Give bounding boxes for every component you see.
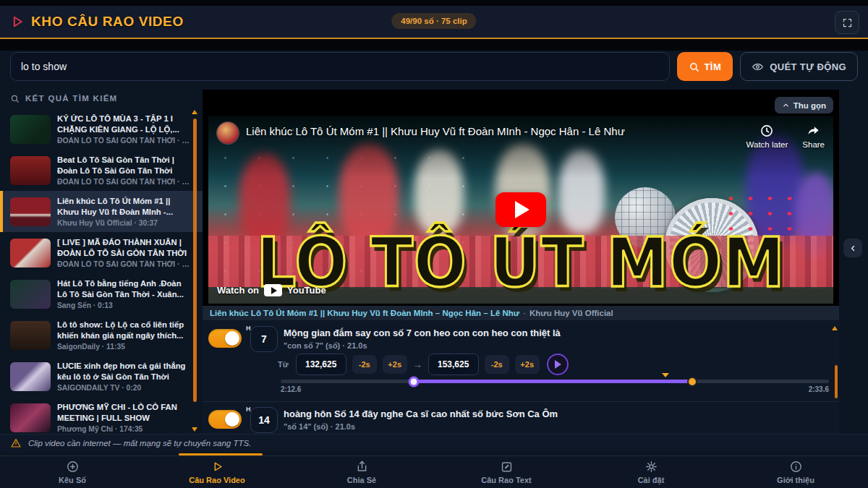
nav-cau-rao-video[interactable]: Câu Rao Video — [145, 456, 289, 488]
result-meta: ĐOÀN LÔ TÔ SÀI GÒN TÂN THỜI · 0:00 — [57, 260, 190, 268]
share-icon — [355, 460, 369, 474]
nav-chia-se[interactable]: Chia Sẻ — [289, 456, 434, 488]
result-item[interactable]: [ LIVE ] MÃ ĐÁO THÀNH XUÂN | ĐOÀN LÔ TÔ … — [0, 232, 203, 273]
result-title: [ LIVE ] MÃ ĐÁO THÀNH XUÂN | ĐOÀN LÔ TÔ … — [57, 237, 190, 258]
clip-time-controls: Từ -2s +2s → -2s +2s — [278, 354, 569, 375]
result-item[interactable]: Lô tô show: Lộ Lộ ca cổ liên tiếp khiến … — [0, 314, 203, 356]
preview-play-button[interactable] — [547, 354, 569, 375]
fullscreen-button[interactable] — [835, 11, 859, 34]
result-meta: ĐOÀN LÔ TÔ SÀI GÒN TÂN THỜI · 97:59 — [57, 137, 190, 145]
nav-label: Cài đặt — [638, 476, 665, 484]
result-title: Beat Lô Tô Sài Gòn Tân Thời | Đoàn Lô Tô… — [57, 155, 190, 176]
sidebar-scrollbar[interactable] — [193, 119, 197, 402]
clip-row: H 7 Mộng gian đắm say con số 7 con heo c… — [203, 320, 839, 401]
youtube-play-button[interactable] — [495, 192, 546, 227]
search-icon — [689, 61, 699, 72]
video-thumbnail — [10, 362, 51, 391]
find-button[interactable]: TÌM — [677, 52, 733, 81]
warning-bar: Clip video cần internet — mất mạng sẽ tự… — [0, 434, 868, 452]
result-item[interactable]: LUCIE xinh đẹp hơn cả gái thẳng kêu lô t… — [0, 356, 203, 397]
end-minus-2s-button[interactable]: -2s — [485, 355, 509, 374]
clip-title: hoàng hôn Số 14 đây nghe Ca sĩ cao nhất … — [284, 408, 817, 419]
video-thumbnail — [10, 321, 51, 350]
gear-icon — [644, 460, 658, 474]
sidebar-scroll-up-arrow[interactable] — [192, 110, 197, 114]
info-icon — [789, 460, 803, 474]
result-title: Liên khúc Lô Tô Út Móm #1 || Khưu Huy Vũ… — [57, 196, 190, 217]
app-root: KHO CÂU RAO VIDEO 49/90 số · 75 clip TÌM… — [0, 0, 868, 488]
caption-channel: Khưu Huy Vũ Official — [529, 309, 613, 317]
video-thumbnail — [10, 239, 51, 267]
edit-icon — [500, 460, 514, 474]
result-item-selected[interactable]: Liên khúc Lô Tô Út Móm #1 || Khưu Huy Vũ… — [0, 191, 203, 232]
clip-number-badge[interactable]: 14 — [250, 407, 278, 433]
results-header: KẾT QUẢ TÌM KIẾM — [0, 90, 203, 107]
result-title: LUCIE xinh đẹp hơn cả gái thẳng kêu lô t… — [57, 361, 190, 382]
channel-avatar[interactable] — [217, 122, 239, 144]
video-thumbnail — [10, 280, 51, 309]
watch-later-label: Watch later — [746, 140, 788, 149]
caption-title[interactable]: Liên khúc Lô Tô Út Móm #1 || Khưu Huy Vũ… — [210, 309, 519, 317]
video-thumbnail — [10, 156, 51, 185]
clip-meta: "số 14" (số) · 21.0s — [284, 422, 355, 431]
video-title-overlay[interactable]: Liên khúc Lô Tô Út Móm #1 || Khưu Huy Vũ… — [246, 122, 739, 137]
range-end-time: 2:33.6 — [809, 385, 829, 393]
search-results-sidebar: KẾT QUẢ TÌM KIẾM KÝ ỨC LÔ TÔ MÙA 3 - TẬP… — [0, 90, 203, 434]
nav-label: Câu Rao Text — [481, 476, 531, 484]
range-start-time: 2:12.6 — [281, 385, 301, 393]
search-row: TÌM QUÉT TỰ ĐỘNG — [10, 51, 858, 82]
result-meta: SaigonDaily · 11:35 — [57, 343, 190, 351]
warning-text: Clip video cần internet — mất mạng sẽ tự… — [28, 439, 251, 448]
playhead-marker — [662, 373, 669, 377]
video-player-shell: Thu gọn Liên khúc Lô Tô Út Móm #1 || Khư… — [203, 90, 839, 320]
rows-scrollbar[interactable] — [835, 365, 838, 398]
nav-keu-so[interactable]: Kêu Số — [0, 456, 145, 488]
auto-scan-button[interactable]: QUÉT TỰ ĐỘNG — [740, 52, 858, 81]
result-item[interactable]: KÝ ỨC LÔ TÔ MÙA 3 - TẬP 1 I CHẶNG KIÊN G… — [0, 108, 203, 150]
start-minus-2s-button[interactable]: -2s — [352, 355, 377, 374]
youtube-label: YouTube — [287, 285, 326, 296]
start-plus-2s-button[interactable]: +2s — [383, 355, 407, 374]
result-item[interactable]: PHƯƠNG MỸ CHI - LÒ CÒ FAN MEETING | FULL… — [0, 397, 203, 434]
start-time-input[interactable] — [296, 354, 346, 375]
result-meta: Phương Mỹ Chi · 174:35 — [57, 425, 190, 433]
end-plus-2s-button[interactable]: +2s — [515, 355, 540, 374]
rows-scroll-up-arrow[interactable] — [832, 326, 838, 330]
result-meta: Sang Sến · 0:13 — [57, 301, 190, 309]
slider-fill — [414, 380, 692, 383]
nav-cai-dat[interactable]: Cài đặt — [579, 456, 723, 488]
video-thumbnail — [10, 197, 51, 226]
slider-start-thumb[interactable] — [409, 376, 420, 387]
share-button[interactable]: Share — [802, 124, 825, 149]
result-item[interactable]: Beat Lô Tô Sài Gòn Tân Thời | Đoàn Lô Tô… — [0, 150, 203, 191]
result-item[interactable]: Hát Lô Tô bằng tiếng Anh .Đoàn Lô Tô Sài… — [0, 273, 203, 314]
search-input[interactable] — [10, 52, 670, 81]
watch-later-button[interactable]: Watch later — [746, 124, 788, 149]
clip-number-badge[interactable]: 7 — [250, 326, 278, 352]
collapse-label: Thu gọn — [793, 101, 826, 110]
nav-label: Câu Rao Video — [189, 476, 244, 484]
sidebar-scroll-down-arrow[interactable] — [192, 427, 197, 432]
end-time-input[interactable] — [428, 354, 479, 375]
nav-gioi-thieu[interactable]: Giới thiệu — [723, 456, 868, 488]
nav-label: Kêu Số — [59, 476, 86, 484]
watch-on-youtube-link[interactable]: Watch on YouTube — [217, 284, 326, 296]
nav-cau-rao-text[interactable]: Câu Rao Text — [434, 456, 579, 488]
video-thumbnail — [10, 115, 51, 144]
slider-end-thumb[interactable] — [687, 377, 697, 387]
clip-toggle-on[interactable] — [208, 329, 242, 348]
result-title: KÝ ỨC LÔ TÔ MÙA 3 - TẬP 1 I CHẶNG KIÊN G… — [57, 114, 190, 134]
app-logo: KHO CÂU RAO VIDEO — [10, 14, 184, 30]
clip-title: Mộng gian đắm say con số 7 con heo con c… — [284, 328, 817, 338]
result-meta: Khưu Huy Vũ Official · 30:37 — [57, 219, 190, 227]
clip-toggle-on[interactable] — [208, 410, 242, 429]
result-title: Hát Lô Tô bằng tiếng Anh .Đoàn Lô Tô Sài… — [57, 278, 190, 299]
clip-range-slider[interactable] — [281, 380, 829, 383]
panel-collapse-button[interactable] — [843, 239, 862, 257]
result-title: Lô tô show: Lộ Lộ ca cổ liên tiếp khiến … — [57, 320, 190, 341]
result-title: PHƯƠNG MỸ CHI - LÒ CÒ FAN MEETING | FULL… — [57, 402, 190, 423]
video-caption-bar: Liên khúc Lô Tô Út Móm #1 || Khưu Huy Vũ… — [203, 306, 839, 320]
chevron-up-icon — [782, 101, 790, 109]
from-label: Từ — [278, 360, 289, 369]
collapse-player-button[interactable]: Thu gọn — [775, 97, 833, 114]
